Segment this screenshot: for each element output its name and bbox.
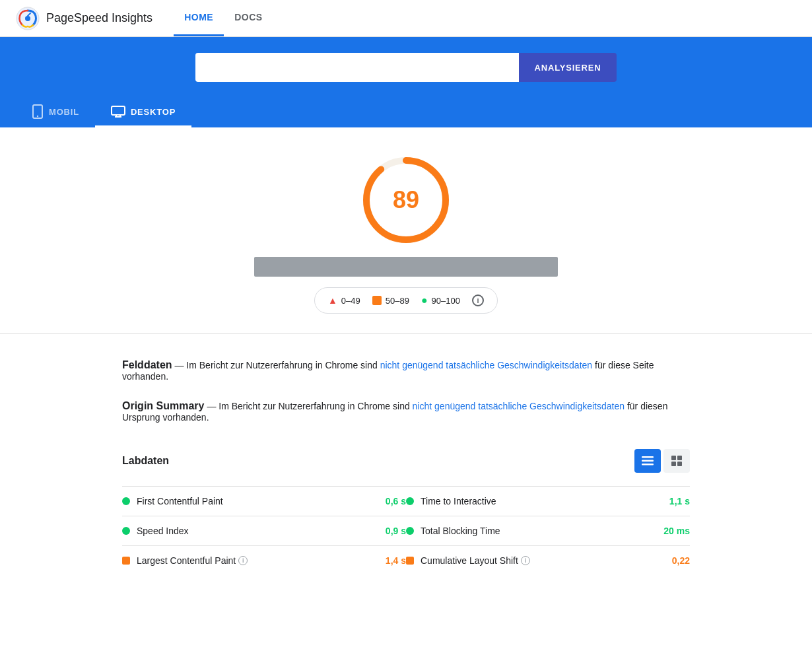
score-legend: ▲ 0–49 50–89 ● 90–100 i <box>314 287 498 314</box>
felddaten-paragraph: Felddaten — Im Bericht zur Nutzererfahru… <box>122 359 690 382</box>
metric-name-lcp: Largest Contentful Paint i <box>137 555 379 566</box>
origin-title: Origin Summary <box>122 400 204 411</box>
info-icon-cls[interactable]: i <box>521 556 530 565</box>
metric-name-cls: Cumulative Layout Shift i <box>421 555 665 566</box>
legend-green-icon: ● <box>421 294 428 306</box>
metric-dot-si <box>122 527 130 535</box>
list-icon <box>642 456 654 466</box>
main-content: 89 ▲ 0–49 50–89 ● 90–100 i Felddaten <box>0 127 812 609</box>
metric-value-tti: 1,1 s <box>669 496 690 506</box>
score-section: 89 ▲ 0–49 50–89 ● 90–100 i <box>0 127 812 327</box>
lab-title: Labdaten <box>122 455 169 467</box>
metric-speed-index: Speed Index 0,9 s <box>122 516 406 545</box>
main-nav: HOME DOCS <box>174 0 273 36</box>
device-tab-bar: MOBIL DESKTOP <box>0 98 812 127</box>
nav-home[interactable]: HOME <box>174 0 224 36</box>
tab-desktop-label: DESKTOP <box>131 107 176 117</box>
metric-value-tbt: 20 ms <box>663 526 690 536</box>
metric-cumulative-layout-shift: Cumulative Layout Shift i 0,22 <box>406 545 690 575</box>
metric-dot-tti <box>406 497 414 505</box>
tab-desktop[interactable]: DESKTOP <box>95 98 191 127</box>
svg-point-4 <box>37 116 38 117</box>
felddaten-section: Felddaten — Im Bericht zur Nutzererfahru… <box>122 341 690 390</box>
metric-name-si: Speed Index <box>137 526 379 536</box>
svg-point-1 <box>25 16 30 21</box>
origin-link[interactable]: nicht genügend tatsächliche Geschwindigk… <box>413 401 625 411</box>
score-number: 89 <box>393 186 419 213</box>
origin-text-before: — Im Bericht zur Nutzererfahrung in Chro… <box>207 401 412 411</box>
metric-total-blocking-time: Total Blocking Time 20 ms <box>406 516 690 545</box>
grid-view-button[interactable] <box>663 449 690 473</box>
tab-mobil[interactable]: MOBIL <box>16 98 95 127</box>
info-icon[interactable]: i <box>472 294 484 306</box>
score-circle: 89 <box>360 154 452 246</box>
metric-first-contentful-paint: First Contentful Paint 0,6 s <box>122 486 406 516</box>
score-value-container: 89 <box>393 188 419 212</box>
logo-container: PageSpeed Insights <box>16 7 152 30</box>
legend-red-icon: ▲ <box>328 295 337 306</box>
svg-rect-16 <box>671 462 676 466</box>
legend-red-range: 0–49 <box>341 296 360 306</box>
metric-value-fcp: 0,6 s <box>386 496 406 506</box>
metrics-grid: First Contentful Paint 0,6 s Time to Int… <box>122 486 690 575</box>
svg-rect-11 <box>642 456 654 458</box>
legend-red: ▲ 0–49 <box>328 295 360 306</box>
app-title: PageSpeed Insights <box>46 11 152 25</box>
metric-value-si: 0,9 s <box>386 526 406 536</box>
felddaten-text-before: — Im Bericht zur Nutzererfahrung in Chro… <box>174 360 380 370</box>
legend-green-range: 90–100 <box>432 296 460 306</box>
pagespeed-logo-icon <box>16 7 40 30</box>
origin-paragraph: Origin Summary — Im Bericht zur Nutzerer… <box>122 400 690 423</box>
metric-value-cls: 0,22 <box>672 555 690 566</box>
content-wrap: Felddaten — Im Bericht zur Nutzererfahru… <box>109 341 703 583</box>
metric-name-tti: Time to Interactive <box>421 496 663 506</box>
analyse-button[interactable]: ANALYSIEREN <box>519 53 617 82</box>
svg-rect-13 <box>642 464 654 466</box>
metric-dot-fcp <box>122 497 130 505</box>
svg-rect-14 <box>671 456 676 460</box>
metric-dot-lcp <box>122 557 130 565</box>
svg-rect-15 <box>677 456 682 460</box>
score-bar <box>254 257 558 277</box>
url-search-input[interactable] <box>195 53 519 82</box>
felddaten-title: Felddaten <box>122 359 172 370</box>
tab-mobil-label: MOBIL <box>49 107 79 117</box>
legend-green: ● 90–100 <box>421 294 460 306</box>
grid-icon <box>671 456 682 466</box>
svg-rect-12 <box>642 460 654 462</box>
mobile-icon <box>32 104 44 119</box>
metric-name-tbt: Total Blocking Time <box>421 526 657 536</box>
metric-name-fcp: First Contentful Paint <box>137 496 379 506</box>
search-banner: ANALYSIEREN MOBIL DESKTOP <box>0 37 812 127</box>
app-header: PageSpeed Insights HOME DOCS <box>0 0 812 37</box>
nav-docs[interactable]: DOCS <box>224 0 273 36</box>
metric-time-to-interactive: Time to Interactive 1,1 s <box>406 486 690 516</box>
lab-header: Labdaten <box>122 449 690 473</box>
legend-orange-icon <box>372 296 382 305</box>
metric-dot-cls <box>406 557 414 565</box>
metric-dot-tbt <box>406 527 414 535</box>
origin-summary-section: Origin Summary — Im Bericht zur Nutzerer… <box>122 390 690 431</box>
svg-rect-17 <box>677 462 682 466</box>
list-view-button[interactable] <box>634 449 661 473</box>
labdaten-section: Labdaten <box>122 431 690 583</box>
info-icon-lcp[interactable]: i <box>238 556 248 565</box>
search-row: ANALYSIEREN <box>0 53 812 98</box>
desktop-icon <box>111 106 125 118</box>
felddaten-link[interactable]: nicht genügend tatsächliche Geschwindigk… <box>380 360 592 370</box>
legend-orange: 50–89 <box>372 296 409 306</box>
metric-value-lcp: 1,4 s <box>386 555 406 566</box>
view-toggle-buttons <box>634 449 690 473</box>
section-divider <box>0 333 812 334</box>
metric-largest-contentful-paint: Largest Contentful Paint i 1,4 s <box>122 545 406 575</box>
svg-rect-5 <box>112 106 125 115</box>
legend-orange-range: 50–89 <box>386 296 409 306</box>
